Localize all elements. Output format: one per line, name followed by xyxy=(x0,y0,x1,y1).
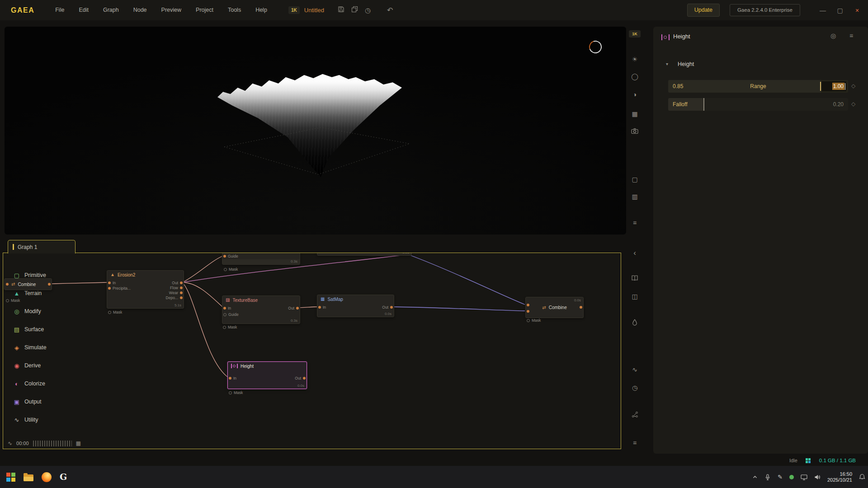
node-combine[interactable]: ⇄ Combine 0.0s xyxy=(525,297,584,318)
taskbar-clock[interactable]: 16:50 2025/10/21 xyxy=(827,471,852,483)
category-surface[interactable]: ▤Surface xyxy=(9,320,51,338)
minimize-button[interactable]: — xyxy=(816,7,829,14)
share-nodes-icon[interactable] xyxy=(627,411,643,419)
camera-icon[interactable] xyxy=(627,128,643,136)
node-combine-partial[interactable]: ⇄ Combine xyxy=(4,278,52,290)
falloff-slider[interactable]: Falloff 0.20 xyxy=(668,98,848,111)
port-in[interactable]: In xyxy=(318,305,326,310)
range-keyframe-icon[interactable]: ◇ xyxy=(851,83,855,89)
undo-icon[interactable]: ↶ xyxy=(387,6,393,14)
tray-expand-icon[interactable] xyxy=(752,474,758,480)
viewport-menu-icon[interactable]: ≡ xyxy=(627,219,643,226)
graph-canvas[interactable]: ▢Primitive ▲Terrain ◎Modify ▤Surface ◈Si… xyxy=(3,253,621,449)
range-handle[interactable] xyxy=(820,82,821,91)
category-output[interactable]: ▣Output xyxy=(9,393,51,411)
water-drop-icon[interactable] xyxy=(627,319,643,327)
node-texturebase[interactable]: ▨ TextureBase In Guide Out 0.3s xyxy=(222,296,300,324)
port-out[interactable]: Out xyxy=(382,305,393,310)
save-icon[interactable] xyxy=(338,6,344,14)
status-dot-icon[interactable] xyxy=(789,475,794,479)
port-in[interactable]: Precipita... xyxy=(108,286,131,291)
maximize-button[interactable]: ▢ xyxy=(834,7,846,14)
menu-node[interactable]: Node xyxy=(126,0,154,20)
port-in[interactable] xyxy=(527,309,529,314)
port-in[interactable] xyxy=(527,303,529,307)
range-slider[interactable]: 0.85 Range 1.00 xyxy=(668,80,848,93)
gaea-app-icon[interactable]: G xyxy=(60,473,67,481)
resolution-badge[interactable]: 1K xyxy=(288,6,300,14)
volume-icon[interactable] xyxy=(814,474,821,480)
port-out[interactable]: Out xyxy=(172,281,183,285)
mask-port[interactable]: Mask xyxy=(223,325,237,329)
port-in[interactable]: Guide xyxy=(223,254,238,258)
port-out[interactable] xyxy=(580,305,582,310)
menu-edit[interactable]: Edit xyxy=(71,0,96,20)
mask-port[interactable]: Mask xyxy=(527,318,541,323)
sphere-icon[interactable]: ◯ xyxy=(627,73,643,80)
graph-tab[interactable]: Graph 1 xyxy=(8,240,75,253)
category-simulate[interactable]: ◈Simulate xyxy=(9,338,51,357)
viewport-resolution-badge[interactable]: 1K xyxy=(629,30,641,38)
category-utility[interactable]: ∿Utility xyxy=(9,411,51,429)
version-button[interactable]: Gaea 2.2.4.0 Enterprise xyxy=(730,4,800,16)
node-graph-icon[interactable]: ◫ xyxy=(627,293,643,300)
library-icon[interactable] xyxy=(627,275,643,282)
port-in[interactable]: In xyxy=(108,281,116,285)
gizmo-icon[interactable]: ◎ xyxy=(830,32,836,39)
firefox-icon[interactable] xyxy=(42,472,52,482)
panel-menu-icon[interactable]: ≡ xyxy=(849,32,853,39)
port-out[interactable]: Depo... xyxy=(166,296,183,300)
port-out[interactable]: Out xyxy=(288,306,299,310)
category-derive[interactable]: ◉Derive xyxy=(9,357,51,375)
node-partial-top[interactable]: Guide 0.3s xyxy=(222,253,300,265)
sun-icon[interactable]: ☀ xyxy=(627,56,643,63)
menu-graph[interactable]: Graph xyxy=(96,0,126,20)
contrast-icon[interactable]: ◑ xyxy=(627,91,643,98)
viewport-3d[interactable] xyxy=(5,27,626,235)
history-icon[interactable]: ◷ xyxy=(627,384,643,391)
mask-port[interactable]: Mask xyxy=(224,267,238,272)
timeline-scrubber[interactable] xyxy=(33,441,72,446)
microphone-icon[interactable] xyxy=(764,474,771,480)
category-colorize[interactable]: ◐Colorize xyxy=(9,375,51,393)
port-in[interactable]: In xyxy=(229,376,236,380)
port-out[interactable]: Flow xyxy=(170,286,183,290)
update-button[interactable]: Update xyxy=(687,4,720,17)
mask-port[interactable]: Mask xyxy=(229,390,243,395)
notifications-icon[interactable] xyxy=(859,474,865,480)
category-modify[interactable]: ◎Modify xyxy=(9,302,51,320)
falloff-keyframe-icon[interactable]: ◇ xyxy=(851,101,855,107)
mask-port[interactable]: Mask xyxy=(6,298,20,303)
split-view-icon[interactable]: ▥ xyxy=(627,193,643,200)
rope-icon[interactable]: ∿ xyxy=(627,366,643,373)
file-explorer-icon[interactable] xyxy=(24,474,33,481)
port-out[interactable]: Out xyxy=(295,376,306,380)
close-button[interactable]: × xyxy=(851,7,863,14)
timeline-grid-icon[interactable]: ▦ xyxy=(76,440,81,446)
start-button[interactable] xyxy=(6,473,15,482)
menu-project[interactable]: Project xyxy=(189,0,221,20)
port-out[interactable]: Wear xyxy=(169,291,183,295)
save-copy-icon[interactable] xyxy=(351,6,358,14)
node-erosion2[interactable]: ▲ Erosion2 In Precipita... Out Flow Wear… xyxy=(107,270,184,309)
node-satmap[interactable]: ▦ SatMap In Out 0.0s xyxy=(317,295,394,317)
port-dot[interactable] xyxy=(6,283,9,286)
collapse-panel-icon[interactable]: ‹ xyxy=(627,249,643,258)
graph-menu-icon[interactable]: ≡ xyxy=(627,439,643,446)
pen-icon[interactable]: ✎ xyxy=(778,474,783,480)
layers-icon[interactable]: ▢ xyxy=(627,176,643,183)
build-history-icon[interactable]: ◷ xyxy=(365,7,371,14)
menu-help[interactable]: Help xyxy=(248,0,274,20)
mask-port[interactable]: Mask xyxy=(108,310,122,314)
node-partial-top2[interactable]: 0.9s xyxy=(317,253,412,256)
menu-tools[interactable]: Tools xyxy=(221,0,248,20)
menu-file[interactable]: File xyxy=(48,0,71,20)
grid-icon[interactable]: ▦ xyxy=(627,110,643,117)
port-in[interactable]: Guide xyxy=(223,312,239,317)
node-height[interactable]: Height In Out 0.0s xyxy=(227,361,307,389)
display-icon[interactable] xyxy=(801,474,807,480)
range-value-input[interactable]: 1.00 xyxy=(822,81,846,91)
section-chevron-icon[interactable]: ▾ xyxy=(666,61,668,66)
menu-preview[interactable]: Preview xyxy=(154,0,189,20)
port-in[interactable]: In xyxy=(223,306,231,310)
